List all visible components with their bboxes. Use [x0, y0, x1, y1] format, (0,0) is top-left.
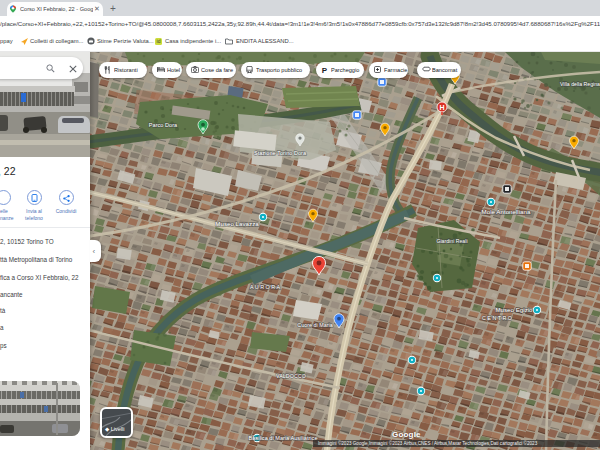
svg-text:C E N T R O: C E N T R O: [482, 315, 512, 321]
svg-text:Stazione Torino Dora: Stazione Torino Dora: [254, 150, 307, 156]
svg-text:Mole Antonelliana: Mole Antonelliana: [482, 208, 531, 215]
svg-text:Cuore di Maria: Cuore di Maria: [297, 322, 332, 328]
svg-text:VALDOCCO: VALDOCCO: [276, 373, 306, 379]
svg-text:Museo Lavazza: Museo Lavazza: [215, 220, 259, 227]
svg-text:Giardini Reali: Giardini Reali: [436, 238, 467, 244]
svg-text:Basilica di Maria Ausiliatrice: Basilica di Maria Ausiliatrice: [248, 435, 317, 441]
svg-text:Villa della Regina: Villa della Regina: [560, 81, 600, 87]
svg-text:P: P: [322, 66, 328, 74]
svg-text:Museo Egizio: Museo Egizio: [495, 306, 533, 313]
svg-text:H: H: [439, 104, 444, 111]
svg-text:A U R O R A: A U R O R A: [250, 284, 280, 290]
svg-text:Parco Dora: Parco Dora: [149, 122, 178, 128]
